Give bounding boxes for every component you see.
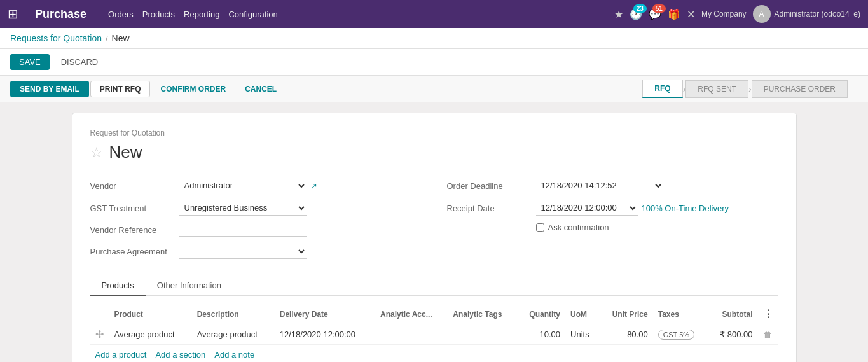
add-note-link[interactable]: Add a note: [214, 350, 254, 359]
drag-handle-icon[interactable]: ✣: [95, 329, 104, 340]
row-unit-price[interactable]: 80.00: [599, 324, 652, 345]
nav-reporting[interactable]: Reporting: [184, 10, 219, 19]
table-header-row: Product Description Delivery Date Analyt…: [90, 304, 778, 324]
vendor-select[interactable]: Administrator: [179, 178, 307, 193]
receipt-date-field-row: Receipt Date 12/18/2020 12:00:00 100% On…: [447, 197, 778, 219]
vendor-label: Vendor: [90, 181, 179, 191]
vendor-reference-value: [179, 223, 422, 237]
th-delivery-date: Delivery Date: [275, 304, 375, 324]
product-table: Product Description Delivery Date Analyt…: [90, 304, 778, 345]
tab-products[interactable]: Products: [90, 275, 146, 296]
user-menu[interactable]: A Administrator (odoo14_e): [753, 5, 860, 23]
calendar-badge: 23: [633, 4, 647, 13]
receipt-date-select[interactable]: 12/18/2020 12:00:00: [536, 200, 638, 216]
fields-right: Order Deadline 12/18/2020 14:12:52 Recei…: [447, 175, 778, 263]
toolbar: SEND BY EMAIL PRINT RFQ CONFIRM ORDER CA…: [0, 76, 868, 102]
receipt-date-value: 12/18/2020 12:00:00 100% On-Time Deliver…: [536, 200, 778, 216]
form-title: Request for Quotation: [90, 129, 778, 137]
row-delete[interactable]: 🗑: [758, 324, 778, 345]
save-button[interactable]: SAVE: [10, 54, 50, 70]
ask-confirmation-checkbox[interactable]: [536, 223, 544, 232]
fields-grid: Vendor Administrator ↗ GST Treatment Unr…: [90, 175, 778, 263]
breadcrumb-separator: /: [106, 34, 108, 43]
on-time-delivery-link[interactable]: 100% On-Time Delivery: [642, 204, 729, 213]
gst-treatment-select[interactable]: Unregistered Business: [179, 200, 307, 216]
discard-button[interactable]: DISCARD: [55, 54, 105, 70]
vendor-value: Administrator ↗: [179, 178, 422, 193]
vendor-reference-field-row: Vendor Reference: [90, 219, 422, 240]
row-delivery-date[interactable]: 12/18/2020 12:00:00: [275, 324, 375, 345]
action-bar: SAVE DISCARD: [0, 49, 868, 76]
app-name: Purchase: [35, 8, 86, 21]
vendor-external-link-icon[interactable]: ↗: [310, 181, 317, 191]
record-name: New: [109, 143, 142, 162]
gst-treatment-value: Unregistered Business: [179, 200, 422, 216]
ask-confirmation-checkbox-label: Ask confirmation: [548, 223, 609, 232]
stage-bar: RFQ › RFQ SENT › PURCHASE ORDER: [642, 80, 858, 98]
receipt-date-label: Receipt Date: [447, 204, 536, 213]
stage-rfq-sent[interactable]: RFQ SENT: [685, 80, 748, 98]
calendar-badge-wrap[interactable]: 🕐 23: [630, 8, 642, 20]
column-options-icon[interactable]: ⋮: [763, 309, 773, 319]
th-analytic-acc: Analytic Acc...: [375, 304, 448, 324]
ask-confirmation-checkbox-row: Ask confirmation: [536, 223, 609, 232]
purchase-agreement-value: [179, 244, 422, 259]
form-card: Request for Quotation ☆ New Vendor Admin…: [72, 113, 797, 362]
favorite-star-icon[interactable]: ☆: [90, 144, 103, 161]
breadcrumb: Requests for Quotation / New: [0, 28, 868, 49]
vendor-reference-label: Vendor Reference: [90, 225, 179, 235]
row-uom[interactable]: Units: [565, 324, 599, 345]
chat-badge: 51: [652, 4, 666, 13]
cancel-button[interactable]: CANCEL: [236, 81, 286, 97]
company-name[interactable]: My Company: [701, 10, 747, 18]
th-product: Product: [109, 304, 192, 324]
th-subtotal: Subtotal: [708, 304, 758, 324]
tabs: Products Other Information: [90, 275, 778, 296]
gift-icon[interactable]: 🎁: [668, 8, 680, 20]
row-taxes[interactable]: GST 5%: [653, 324, 708, 345]
table-row: ✣ Average product Average product 12/18/…: [90, 324, 778, 345]
th-handle: [90, 304, 109, 324]
record-name-row: ☆ New: [90, 143, 778, 162]
confirm-order-button[interactable]: CONFIRM ORDER: [151, 81, 235, 97]
print-rfq-button[interactable]: PRINT RFQ: [90, 81, 151, 97]
stage-rfq[interactable]: RFQ: [642, 80, 682, 98]
add-product-link[interactable]: Add a product: [95, 350, 147, 359]
nav-products[interactable]: Products: [142, 10, 175, 19]
th-analytic-tags: Analytic Tags: [448, 304, 517, 324]
apps-grid-icon[interactable]: ⊞: [8, 6, 18, 22]
chat-badge-wrap[interactable]: 💬 51: [649, 8, 661, 20]
fields-left: Vendor Administrator ↗ GST Treatment Unr…: [90, 175, 422, 263]
row-handle[interactable]: ✣: [90, 324, 109, 345]
vendor-field-row: Vendor Administrator ↗: [90, 175, 422, 197]
th-quantity: Quantity: [517, 304, 565, 324]
wrench-icon[interactable]: ✕: [687, 8, 695, 20]
user-avatar: A: [753, 5, 771, 23]
order-deadline-label: Order Deadline: [447, 181, 536, 191]
star-icon[interactable]: ★: [614, 8, 623, 20]
row-quantity[interactable]: 10.00: [517, 324, 565, 345]
gst-treatment-label: GST Treatment: [90, 204, 179, 213]
row-analytic-acc[interactable]: [375, 324, 448, 345]
th-more: ⋮: [758, 304, 778, 324]
purchase-agreement-field-row: Purchase Agreement: [90, 240, 422, 263]
breadcrumb-parent[interactable]: Requests for Quotation: [10, 33, 102, 43]
row-description[interactable]: Average product: [192, 324, 275, 345]
vendor-reference-input[interactable]: [179, 223, 307, 237]
delete-row-icon[interactable]: 🗑: [763, 330, 772, 340]
nav-configuration[interactable]: Configuration: [228, 10, 277, 19]
add-section-link[interactable]: Add a section: [155, 350, 205, 359]
nav-orders[interactable]: Orders: [108, 10, 134, 19]
purchase-agreement-select[interactable]: [179, 244, 307, 259]
th-unit-price: Unit Price: [599, 304, 652, 324]
send-by-email-button[interactable]: SEND BY EMAIL: [10, 81, 89, 97]
tab-other-information[interactable]: Other Information: [146, 275, 233, 296]
row-analytic-tags[interactable]: [448, 324, 517, 345]
row-product[interactable]: Average product: [109, 324, 192, 345]
breadcrumb-current: New: [112, 33, 130, 43]
nav-links: Orders Products Reporting Configuration: [108, 10, 603, 19]
th-taxes: Taxes: [653, 304, 708, 324]
order-deadline-field-row: Order Deadline 12/18/2020 14:12:52: [447, 175, 778, 197]
stage-purchase-order[interactable]: PURCHASE ORDER: [752, 80, 848, 98]
order-deadline-select[interactable]: 12/18/2020 14:12:52: [536, 178, 663, 193]
